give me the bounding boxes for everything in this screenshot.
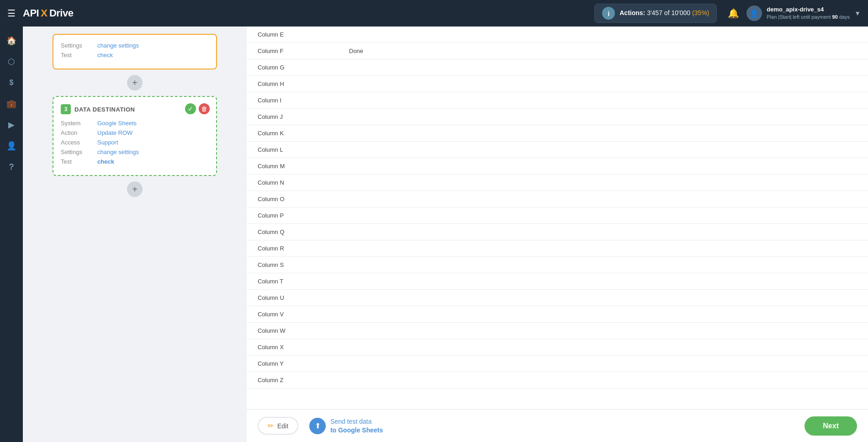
topnav: ☰ APIXDrive i Actions: 3'457 of 10'000 (…: [0, 0, 868, 27]
table-row[interactable]: Column U: [247, 290, 868, 306]
table-row[interactable]: Column T: [247, 273, 868, 290]
actions-total: 10'000: [671, 9, 690, 16]
col-name: Column M: [258, 163, 349, 170]
send-line2: to Google Sheets: [330, 426, 383, 434]
test-label: Test: [61, 52, 97, 59]
access-label: Access: [61, 139, 97, 146]
col-name: Column R: [258, 245, 349, 252]
table-row[interactable]: Column M: [247, 158, 868, 175]
topnav-right: 🔔 👤 demo_apix-drive_s4 Plan |Start| left…: [728, 5, 861, 21]
next-button[interactable]: Next: [804, 416, 857, 436]
logo-api: API: [23, 7, 39, 19]
sidebar-item-billing[interactable]: $: [3, 74, 20, 91]
dest-test-label: Test: [61, 158, 97, 165]
system-label: System: [61, 120, 97, 127]
avatar: 👤: [746, 5, 762, 21]
user-details: demo_apix-drive_s4 Plan |Start| left unt…: [767, 5, 850, 21]
table-row[interactable]: Column Y: [247, 356, 868, 372]
col-name: Column Y: [258, 360, 349, 367]
col-value: Done: [349, 48, 857, 54]
destination-settings-row: Settings change settings: [61, 149, 209, 155]
send-test-button[interactable]: ⬆ Send test data to Google Sheets: [309, 417, 383, 434]
test-link[interactable]: check: [97, 52, 113, 59]
actions-count: 3'457: [647, 9, 662, 16]
sidebar: 🏠 ⬡ $ 💼 ▶ 👤 ?: [0, 27, 23, 442]
table-row[interactable]: Column Q: [247, 224, 868, 240]
col-name: Column X: [258, 344, 349, 351]
access-value[interactable]: Support: [97, 139, 118, 146]
logo: APIXDrive: [23, 7, 73, 19]
table-row[interactable]: Column V: [247, 306, 868, 323]
table-row[interactable]: Column H: [247, 76, 868, 92]
table-row[interactable]: Column R: [247, 240, 868, 257]
edit-button[interactable]: ✏ Edit: [258, 417, 298, 435]
settings-label: Settings: [61, 42, 97, 49]
destination-action-row: Action Update ROW: [61, 129, 209, 136]
card-destination: ✓ 🗑 3 DATA DESTINATION System Google She…: [53, 96, 217, 176]
user-info[interactable]: 👤 demo_apix-drive_s4 Plan |Start| left u…: [746, 5, 861, 21]
table-row[interactable]: Column G: [247, 59, 868, 76]
sidebar-item-integrations[interactable]: ⬡: [3, 53, 20, 70]
card-destination-actions: ✓ 🗑: [185, 103, 210, 114]
check-icon: ✓: [185, 103, 196, 114]
dest-settings-link[interactable]: change settings: [97, 149, 139, 155]
table-row[interactable]: Column L: [247, 142, 868, 158]
col-name: Column V: [258, 311, 349, 318]
col-name: Column N: [258, 179, 349, 186]
table-row[interactable]: Column P: [247, 208, 868, 224]
col-name: Column E: [258, 31, 349, 38]
table-row[interactable]: Column J: [247, 109, 868, 125]
dest-test-link[interactable]: check: [97, 158, 114, 165]
sidebar-item-home[interactable]: 🏠: [3, 32, 20, 49]
card-num: 3: [61, 104, 71, 114]
table-row[interactable]: Column S: [247, 257, 868, 273]
table-row[interactable]: Column E: [247, 27, 868, 43]
bottom-bar: ✏ Edit ⬆ Send test data to Google Sheets…: [247, 409, 868, 442]
col-name: Column P: [258, 212, 349, 219]
left-panel: Settings change settings Test check + ✓ …: [23, 27, 247, 442]
col-name: Column U: [258, 294, 349, 301]
sidebar-item-help[interactable]: ?: [3, 158, 20, 176]
col-name: Column F: [258, 48, 349, 54]
actions-text: Actions: 3'457 of 10'000 (35%): [619, 9, 709, 18]
actions-of: of: [664, 9, 670, 16]
destination-access-row: Access Support: [61, 139, 209, 146]
action-value[interactable]: Update ROW: [97, 129, 132, 136]
actions-pct: (35%): [692, 9, 709, 16]
main-layout: 🏠 ⬡ $ 💼 ▶ 👤 ? Settings change settings T…: [0, 27, 868, 442]
sidebar-item-tasks[interactable]: 💼: [3, 95, 20, 112]
actions-badge: i Actions: 3'457 of 10'000 (35%): [594, 4, 717, 23]
settings-link[interactable]: change settings: [97, 42, 139, 49]
user-name: demo_apix-drive_s4: [767, 5, 850, 14]
edit-label: Edit: [277, 422, 288, 430]
chevron-down-icon: ▼: [854, 10, 861, 17]
right-panel: Column E Column F Done Column G Column H…: [247, 27, 868, 442]
table-row[interactable]: Column Z: [247, 372, 868, 389]
add-button-1[interactable]: +: [127, 75, 143, 91]
action-label: Action: [61, 129, 97, 136]
table-row[interactable]: Column X: [247, 339, 868, 356]
col-name: Column O: [258, 196, 349, 202]
upload-icon: ⬆: [309, 418, 326, 434]
delete-icon[interactable]: 🗑: [199, 103, 210, 114]
table-row[interactable]: Column K: [247, 125, 868, 142]
edit-icon: ✏: [268, 421, 274, 430]
col-name: Column K: [258, 130, 349, 137]
table-row[interactable]: Column I: [247, 92, 868, 109]
system-value[interactable]: Google Sheets: [97, 120, 137, 127]
card-source-settings-row: Settings change settings: [61, 42, 209, 49]
sidebar-item-tutorials[interactable]: ▶: [3, 116, 20, 133]
col-name: Column Z: [258, 377, 349, 383]
hamburger-icon[interactable]: ☰: [7, 8, 16, 19]
table-row[interactable]: Column F Done: [247, 43, 868, 59]
sidebar-item-profile[interactable]: 👤: [3, 137, 20, 154]
table-row[interactable]: Column W: [247, 323, 868, 339]
add-button-2[interactable]: +: [127, 181, 143, 197]
bell-icon[interactable]: 🔔: [728, 8, 739, 19]
table-row[interactable]: Column N: [247, 175, 868, 191]
user-plan: Plan |Start| left until payment 90 days: [767, 14, 850, 21]
col-name: Column J: [258, 113, 349, 120]
card-source-test-row: Test check: [61, 52, 209, 59]
table-row[interactable]: Column O: [247, 191, 868, 208]
col-name: Column Q: [258, 229, 349, 235]
